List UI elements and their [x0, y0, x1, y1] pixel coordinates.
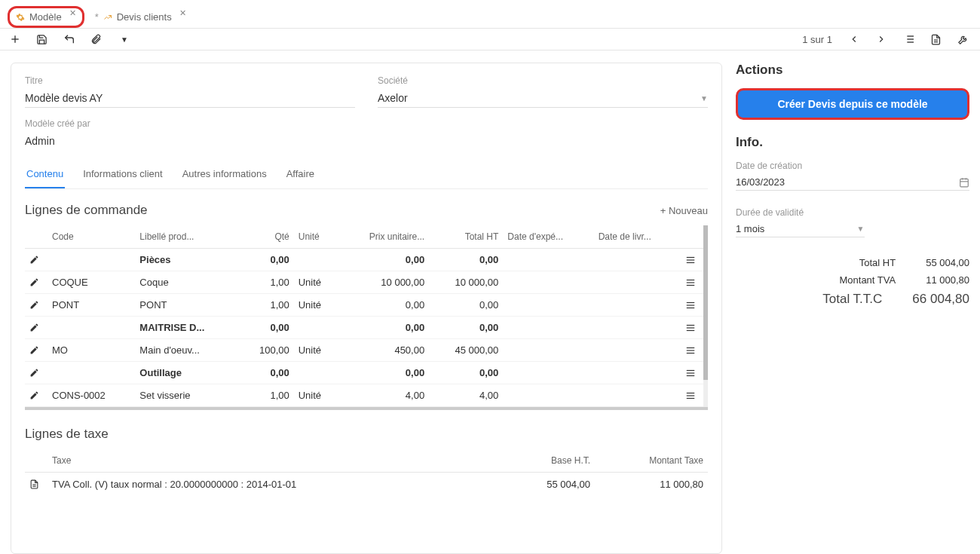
col-base[interactable]: Base H.T. [501, 449, 595, 473]
gear-icon [16, 13, 25, 22]
cell-d1 [503, 384, 593, 407]
validity-label: Durée de validité [736, 207, 969, 218]
company-value: Axelor [378, 92, 408, 104]
title-input[interactable]: Modèle devis AY [25, 89, 355, 108]
side-panel: Actions Créer Devis depuis ce modèle Inf… [736, 63, 969, 310]
cell-label: Main d'oeuv... [135, 339, 239, 362]
cell-total: 0,00 [429, 294, 503, 317]
cell-d1 [503, 294, 593, 317]
tab-affaire[interactable]: Affaire [285, 161, 316, 188]
document-icon[interactable] [25, 473, 47, 497]
prev-icon[interactable] [849, 34, 862, 44]
cell-price: 0,00 [338, 249, 429, 271]
cell-price: 0,00 [338, 294, 429, 317]
add-icon[interactable] [9, 33, 23, 45]
tab-label: Modèle [29, 11, 62, 23]
cell-qty: 1,00 [239, 384, 294, 407]
scrollbar[interactable] [703, 225, 708, 407]
col-d1[interactable]: Date d'expé... [503, 225, 593, 249]
row-menu-icon[interactable] [681, 249, 703, 271]
chevron-down-icon: ▼ [700, 94, 708, 103]
cell-code: MO [47, 339, 135, 362]
cell-code [47, 362, 135, 384]
row-menu-icon[interactable] [681, 362, 703, 384]
list-icon[interactable] [903, 33, 917, 45]
cell-label: Coque [135, 271, 239, 294]
row-menu-icon[interactable] [681, 271, 703, 294]
info-title: Info. [736, 135, 969, 150]
col-code[interactable]: Code [47, 225, 135, 249]
tabs-bar: Modèle ✕ * Devis clients ✕ [0, 0, 980, 29]
cell-amount: 11 000,80 [595, 473, 708, 497]
row-menu-icon[interactable] [681, 339, 703, 362]
cell-d2 [594, 271, 681, 294]
add-new-button[interactable]: + Nouveau [660, 205, 708, 216]
col-d2[interactable]: Date de livr... [594, 225, 681, 249]
cell-total: 45 000,00 [429, 339, 503, 362]
undo-icon[interactable] [63, 33, 77, 45]
cell-price: 0,00 [338, 317, 429, 339]
cell-d1 [503, 249, 593, 271]
company-select[interactable]: Axelor ▼ [378, 89, 708, 108]
attach-icon[interactable] [90, 34, 104, 45]
row-menu-icon[interactable] [681, 294, 703, 317]
cell-total: 10 000,00 [429, 271, 503, 294]
table-row[interactable]: COQUECoque1,00Unité10 000,0010 000,00 [25, 271, 703, 294]
edit-icon[interactable] [25, 339, 47, 362]
cell-qty: 100,00 [239, 339, 294, 362]
wrench-icon[interactable] [957, 34, 971, 45]
cell-unit [294, 249, 339, 271]
edit-icon[interactable] [25, 384, 47, 407]
table-row[interactable]: MOMain d'oeuv...100,00Unité450,0045 000,… [25, 339, 703, 362]
col-price[interactable]: Prix unitaire... [338, 225, 429, 249]
cell-total: 0,00 [429, 317, 503, 339]
chart-icon [103, 13, 112, 22]
col-total[interactable]: Total HT [429, 225, 503, 249]
tab-informations-client[interactable]: Informations client [81, 161, 164, 188]
validity-select[interactable]: 1 mois ▼ [736, 221, 865, 237]
create-devis-button[interactable]: Créer Devis depuis ce modèle [736, 88, 969, 120]
tab-contenu[interactable]: Contenu [25, 161, 65, 188]
close-icon[interactable]: ✕ [179, 8, 186, 18]
edit-icon[interactable] [25, 362, 47, 384]
created-date-input[interactable]: 16/03/2023 [736, 174, 969, 191]
table-row[interactable]: MAITRISE D...0,000,000,00 [25, 317, 703, 339]
table-row[interactable]: TVA Coll. (V) taux normal : 20.000000000… [25, 473, 708, 497]
col-taxe[interactable]: Taxe [47, 449, 501, 473]
edit-icon[interactable] [25, 249, 47, 271]
cell-unit: Unité [294, 271, 339, 294]
tab-devis-clients[interactable]: * Devis clients ✕ [87, 7, 194, 27]
toolbar: ▼ 1 sur 1 [0, 29, 980, 51]
table-row[interactable]: CONS-0002Set visserie1,00Unité4,004,00 [25, 384, 703, 407]
cell-code: COQUE [47, 271, 135, 294]
table-row[interactable]: Pièces0,000,000,00 [25, 249, 703, 271]
table-row[interactable]: PONTPONT1,00Unité0,000,00 [25, 294, 703, 317]
document-icon[interactable] [930, 34, 944, 45]
total-ttc-value: 66 004,80 [912, 292, 969, 307]
tab-modele[interactable]: Modèle ✕ [8, 6, 84, 28]
col-qty[interactable]: Qté [239, 225, 294, 249]
tab-label: Devis clients [117, 11, 172, 23]
col-montant[interactable]: Montant Taxe [595, 449, 708, 473]
caret-down-icon[interactable]: ▼ [118, 35, 131, 44]
save-icon[interactable] [36, 34, 50, 45]
cell-price: 450,00 [338, 339, 429, 362]
cell-label: Set visserie [135, 384, 239, 407]
edit-icon[interactable] [25, 294, 47, 317]
title-label: Titre [25, 75, 355, 86]
edit-icon[interactable] [25, 317, 47, 339]
tab-prefix: * [95, 11, 99, 23]
calendar-icon[interactable] [959, 177, 969, 188]
total-ttc-label: Total T.T.C [736, 292, 882, 307]
close-icon[interactable]: ✕ [69, 8, 76, 18]
col-label[interactable]: Libellé prod... [135, 225, 239, 249]
next-icon[interactable] [876, 34, 890, 44]
edit-icon[interactable] [25, 271, 47, 294]
table-row[interactable]: Outillage0,000,000,00 [25, 362, 703, 384]
cell-unit [294, 362, 339, 384]
row-menu-icon[interactable] [681, 317, 703, 339]
cell-label: Pièces [135, 249, 239, 271]
col-unit[interactable]: Unité [294, 225, 339, 249]
row-menu-icon[interactable] [681, 384, 703, 407]
tab-autres-informations[interactable]: Autres informations [181, 161, 268, 188]
